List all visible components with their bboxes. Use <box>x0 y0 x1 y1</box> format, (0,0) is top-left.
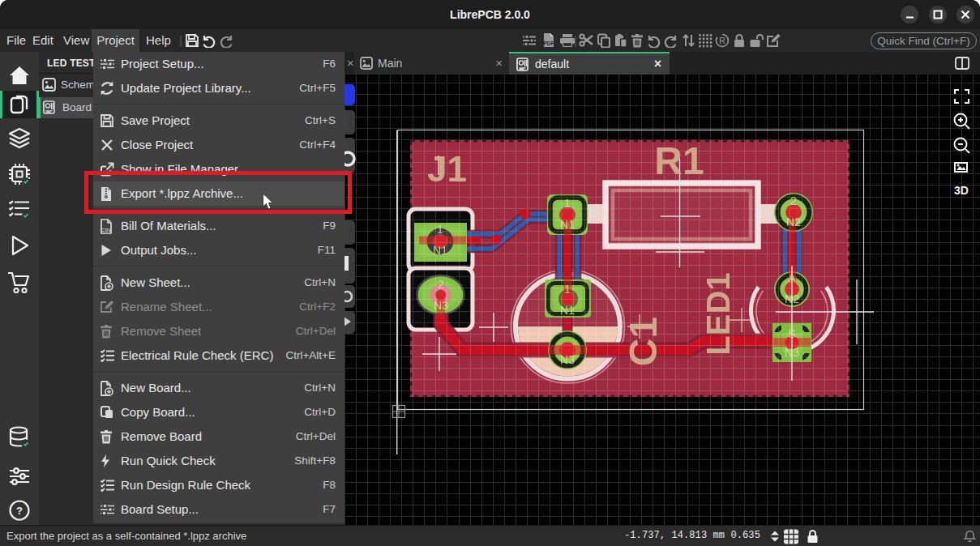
svg-text:N1: N1 <box>433 244 447 257</box>
svg-text:1: 1 <box>437 223 443 236</box>
svg-text:S: S <box>788 327 795 340</box>
svg-text:N3: N3 <box>560 353 575 366</box>
svg-text:N2: N2 <box>786 215 801 228</box>
svg-text:2: 2 <box>438 278 444 291</box>
svg-text:2: 2 <box>790 194 797 207</box>
svg-text:1: 1 <box>564 197 571 210</box>
svg-text:?: ? <box>16 505 23 517</box>
svg-text:LED1: LED1 <box>700 272 736 355</box>
svg-text:C1: C1 <box>622 317 665 366</box>
svg-text:J1: J1 <box>427 149 467 189</box>
svg-text:R: R <box>719 36 725 45</box>
svg-text:A: A <box>788 271 796 284</box>
svg-text:1: 1 <box>564 283 571 296</box>
svg-text:N2: N2 <box>785 292 799 305</box>
svg-text:N3: N3 <box>434 299 448 312</box>
svg-text:N1: N1 <box>560 218 575 231</box>
svg-text:N1: N1 <box>560 304 575 317</box>
svg-text:N3: N3 <box>785 346 799 359</box>
svg-text:R1: R1 <box>654 139 704 182</box>
svg-text:PDF: PDF <box>544 41 554 46</box>
svg-text:3D: 3D <box>954 184 969 197</box>
svg-text:CSV: CSV <box>101 228 111 232</box>
